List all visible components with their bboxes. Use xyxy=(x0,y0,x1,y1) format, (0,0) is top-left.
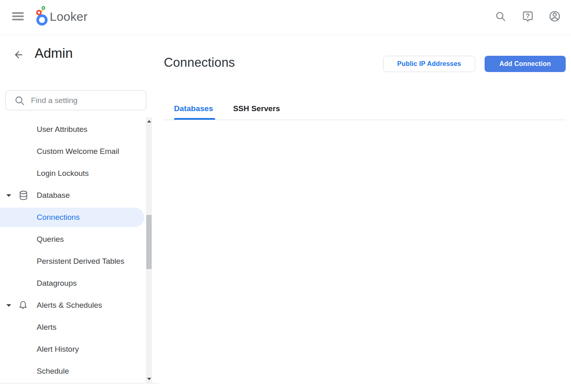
sidebar-item-custom-welcome-email[interactable]: Custom Welcome Email xyxy=(0,140,152,162)
scrollbar-up-arrow-icon[interactable] xyxy=(146,118,152,125)
looker-logo-text: Looker xyxy=(50,10,88,24)
svg-text:?: ? xyxy=(526,12,530,20)
tab-ssh-servers[interactable]: SSH Servers xyxy=(233,104,280,113)
account-icon[interactable] xyxy=(549,10,561,22)
sidebar-item-label: Datagroups xyxy=(37,279,77,288)
looker-logo-icon xyxy=(36,5,49,31)
admin-settings-nav: User AttributesCustom Welcome EmailLogin… xyxy=(0,118,152,382)
help-icon[interactable]: ? xyxy=(522,10,534,22)
scrollbar-down-arrow-icon[interactable] xyxy=(146,376,152,382)
hamburger-menu-icon[interactable] xyxy=(12,12,24,22)
top-app-bar: Looker ? xyxy=(0,0,571,35)
search-input[interactable] xyxy=(31,96,129,105)
sidebar-item-alerts-schedules[interactable]: Alerts & Schedules xyxy=(0,294,152,316)
sidebar-item-label: Alert History xyxy=(37,345,79,354)
sidebar-item-label: Alerts & Schedules xyxy=(37,301,102,310)
bell-icon xyxy=(18,300,28,311)
sidebar-item-label: Queries xyxy=(37,235,64,244)
sidebar-item-persistent-derived-tables[interactable]: Persistent Derived Tables xyxy=(0,250,152,272)
search-icon[interactable] xyxy=(494,10,507,22)
tab-bar: Databases SSH Servers xyxy=(174,104,280,113)
sidebar-item-label: Database xyxy=(37,191,70,200)
sidebar-item-datagroups[interactable]: Datagroups xyxy=(0,272,152,294)
sidebar-item-label: Login Lockouts xyxy=(37,169,89,178)
sidebar-item-alert-history[interactable]: Alert History xyxy=(0,338,152,360)
sidebar-item-user-attributes[interactable]: User Attributes xyxy=(0,118,152,140)
search-icon xyxy=(14,95,25,106)
caret-down-icon[interactable] xyxy=(6,304,12,307)
find-setting-searchbox[interactable] xyxy=(5,90,146,110)
database-icon xyxy=(18,190,29,201)
caret-down-icon[interactable] xyxy=(6,194,12,197)
sidebar-title: Admin xyxy=(35,46,73,61)
tab-divider xyxy=(164,120,566,120)
sidebar-item-label: Connections xyxy=(37,213,80,222)
looker-logo[interactable]: Looker xyxy=(36,5,49,31)
sidebar-item-label: Persistent Derived Tables xyxy=(37,257,124,266)
sidebar-scrollbar[interactable] xyxy=(146,117,152,383)
sidebar-item-queries[interactable]: Queries xyxy=(0,228,152,250)
sidebar-item-label: Custom Welcome Email xyxy=(37,147,119,156)
back-arrow-icon[interactable] xyxy=(13,49,24,61)
sidebar-item-label: User Attributes xyxy=(37,125,88,134)
scrollbar-thumb[interactable] xyxy=(146,215,152,269)
page-title: Connections xyxy=(164,55,235,70)
sidebar-item-connections[interactable]: Connections xyxy=(0,206,152,228)
sidebar-item-login-lockouts[interactable]: Login Lockouts xyxy=(0,162,152,184)
tab-databases[interactable]: Databases xyxy=(174,104,213,113)
add-connection-button[interactable]: Add Connection xyxy=(485,56,566,72)
sidebar-item-alerts[interactable]: Alerts xyxy=(0,316,152,338)
sidebar-item-schedule[interactable]: Schedule xyxy=(0,360,152,382)
sidebar-item-label: Schedule xyxy=(37,367,69,376)
sidebar-bottom-divider xyxy=(0,383,159,383)
sidebar-item-database[interactable]: Database xyxy=(0,184,152,206)
public-ip-addresses-button[interactable]: Public IP Addresses xyxy=(383,56,475,72)
sidebar-item-label: Alerts xyxy=(37,323,57,332)
